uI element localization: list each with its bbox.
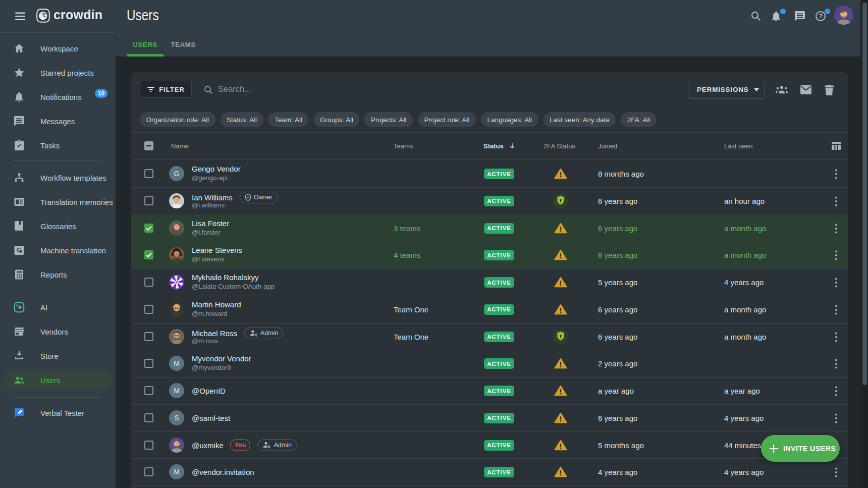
svg-text:?: ? [819, 13, 823, 20]
